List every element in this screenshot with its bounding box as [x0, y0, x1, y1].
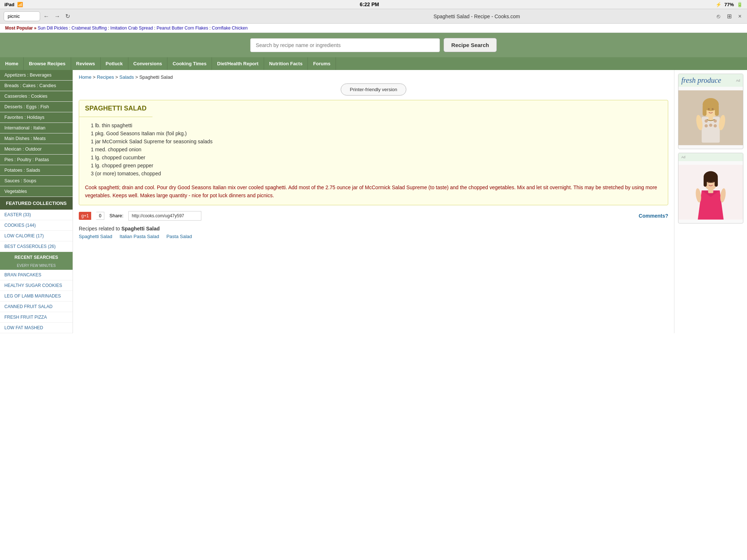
printer-friendly-button[interactable]: Printer-friendly version — [341, 83, 406, 96]
ad-figure-2[interactable] — [678, 161, 743, 223]
ingredient-7: 3 (or more) tomatoes, chopped — [91, 170, 662, 178]
search-button[interactable]: Recipe Search — [444, 38, 496, 52]
sidebar-item-vegetables[interactable]: Vegetables — [0, 186, 73, 197]
popular-link-2[interactable]: Crabmeat Stuffing — [71, 26, 107, 31]
popular-link-5[interactable]: Cornflake Chicken — [212, 26, 248, 31]
ad-box-1: fresh produce Ad — [678, 74, 743, 149]
page-title: Spaghetti Salad - Recipe - Cooks.com — [242, 13, 712, 19]
sidebar-item-potatoes[interactable]: Potatoes : Salads — [0, 165, 73, 176]
breadcrumb-salads[interactable]: Salads — [119, 74, 134, 80]
popular-link-4[interactable]: Peanut Butter Corn Flakes — [156, 26, 208, 31]
ad-header-1: fresh produce Ad — [678, 74, 743, 87]
svg-rect-4 — [715, 105, 719, 116]
recent-canned-fruit[interactable]: CANNED FRUIT SALAD — [0, 302, 73, 312]
svg-point-16 — [712, 108, 713, 110]
popular-link-3[interactable]: Imitation Crab Spread — [111, 26, 153, 31]
svg-rect-3 — [703, 105, 707, 116]
recent-searches-subtitle: EVERY FEW MINUTES — [0, 263, 73, 270]
printer-btn-wrap: Printer-friendly version — [79, 83, 668, 96]
close-button[interactable]: × — [736, 12, 743, 20]
nav-cooking-times[interactable]: Cooking Times — [167, 57, 212, 70]
sidebar-item-mexican[interactable]: Mexican : Outdoor — [0, 144, 73, 155]
sidebar: Appetizers : Beverages Breads : Cakes : … — [0, 70, 73, 333]
gplus-count: 0 — [96, 212, 104, 220]
recent-searches-title: RECENT SEARCHES — [0, 252, 73, 263]
nav-potluck[interactable]: Potluck — [101, 57, 128, 70]
nav-diet-health[interactable]: Diet/Health Report — [212, 57, 264, 70]
sidebar-item-favorites[interactable]: Favorites : Holidays — [0, 112, 73, 123]
ad-label-2: Ad — [681, 155, 685, 159]
sidebar-item-casseroles[interactable]: Casseroles : Cookies — [0, 91, 73, 102]
breadcrumb-home[interactable]: Home — [79, 74, 92, 80]
recent-healthy-sugar-cookies[interactable]: HEALTHY SUGAR COOKIES — [0, 280, 73, 291]
sidebar-item-pies[interactable]: Pies : Poultry : Pastas — [0, 155, 73, 165]
sidebar-item-main-dishes[interactable]: Main Dishes : Meats — [0, 133, 73, 144]
reload-button[interactable]: ↻ — [63, 12, 72, 20]
nav-browse[interactable]: Browse Recipes — [24, 57, 71, 70]
battery-label: 77% — [724, 2, 734, 7]
content-area: Home > Recipes > Salads > Spaghetti Sala… — [73, 70, 674, 333]
nav-home[interactable]: Home — [0, 57, 24, 70]
address-bar-container: ← → ↻ — [4, 11, 239, 21]
share-button[interactable]: ⎋ — [715, 12, 722, 20]
forward-button[interactable]: → — [53, 12, 62, 20]
recent-fresh-fruit-pizza[interactable]: FRESH FRUIT PIZZA — [0, 312, 73, 323]
sidebar-item-international[interactable]: International : Italian — [0, 123, 73, 133]
status-right: ⚡ 77% 🔋 — [716, 2, 743, 7]
related-link-3[interactable]: Pasta Salad — [166, 234, 192, 239]
recent-low-fat-mashed[interactable]: LOW FAT MASHED — [0, 323, 73, 333]
comments-link[interactable]: Comments? — [639, 213, 668, 219]
nav-forums[interactable]: Forums — [308, 57, 336, 70]
share-url-input[interactable] — [128, 211, 201, 221]
share-bar: g+1 0 Share: Comments? — [79, 211, 668, 221]
ingredient-2: 1 pkg. Good Seasons Italian mix (foil pk… — [91, 129, 662, 137]
ad-title-1: fresh produce — [681, 76, 721, 85]
most-popular-label: Most Popular » — [5, 26, 36, 31]
related-link-2[interactable]: Italian Pasta Salad — [120, 234, 159, 239]
wifi-icon: 📶 — [17, 2, 23, 7]
sidebar-item-breads[interactable]: Breads : Cakes : Candies — [0, 81, 73, 91]
browser-chrome: ← → ↻ Spaghetti Salad - Recipe - Cooks.c… — [0, 9, 747, 24]
search-input[interactable] — [250, 38, 440, 52]
back-button[interactable]: ← — [42, 12, 51, 20]
nav-nutrition[interactable]: Nutrition Facts — [264, 57, 308, 70]
tabs-button[interactable]: ⊞ — [725, 12, 734, 20]
gplus-button[interactable]: g+1 — [79, 212, 91, 220]
share-label: Share: — [109, 213, 123, 218]
recipe-box: SPAGHETTI SALAD 1 lb. thin spaghetti 1 p… — [79, 100, 668, 205]
featured-low-calorie[interactable]: LOW CALORIE (17) — [0, 231, 73, 241]
nav-reviews[interactable]: Reviews — [71, 57, 101, 70]
svg-rect-14 — [708, 116, 713, 121]
popular-link-1[interactable]: Sun Dill Pickles — [38, 26, 68, 31]
related-links: Spaghetti Salad Italian Pasta Salad Past… — [79, 234, 668, 239]
status-left: iPad 📶 — [4, 2, 23, 7]
sidebar-item-sauces[interactable]: Sauces : Soups — [0, 176, 73, 186]
ad-figure-1[interactable] — [678, 87, 743, 149]
featured-best-casseroles[interactable]: BEST CASSEROLES (26) — [0, 241, 73, 252]
featured-easter[interactable]: EASTER (33) — [0, 210, 73, 220]
ingredient-4: 1 med. chopped onion — [91, 145, 662, 153]
ipad-label: iPad — [4, 2, 14, 7]
breadcrumb-recipes[interactable]: Recipes — [97, 74, 114, 80]
featured-cookies[interactable]: COOKIES (144) — [0, 220, 73, 231]
sidebar-categories: Appetizers : Beverages Breads : Cakes : … — [0, 70, 73, 197]
ad-column: fresh produce Ad — [674, 70, 747, 333]
ingredient-5: 1 lg. chopped cucumber — [91, 153, 662, 162]
related-section: Recipes related to Spaghetti Salad Spagh… — [79, 226, 668, 239]
url-input[interactable] — [4, 11, 40, 21]
svg-point-9 — [705, 124, 708, 128]
recent-leg-of-lamb[interactable]: LEG OF LAMB MARINADES — [0, 291, 73, 302]
related-link-1[interactable]: Spaghetti Salad — [79, 234, 112, 239]
ingredient-6: 1 lg. chopped green pepper — [91, 162, 662, 170]
nav-conversions[interactable]: Conversions — [128, 57, 168, 70]
recipe-title: SPAGHETTI SALAD — [79, 100, 152, 117]
status-bar: iPad 📶 6:22 PM ⚡ 77% 🔋 — [0, 0, 747, 9]
ad-box-2: Ad — [678, 153, 743, 223]
ingredient-1: 1 lb. thin spaghetti — [91, 121, 662, 129]
sidebar-item-appetizers[interactable]: Appetizers : Beverages — [0, 70, 73, 81]
recent-bran-pancakes[interactable]: BRAN PANCAKES — [0, 270, 73, 280]
ad-label-1: Ad — [736, 79, 740, 82]
svg-point-25 — [708, 181, 709, 183]
browser-actions: ⎋ ⊞ × — [715, 12, 743, 20]
sidebar-item-desserts[interactable]: Desserts : Eggs : Fish — [0, 102, 73, 112]
